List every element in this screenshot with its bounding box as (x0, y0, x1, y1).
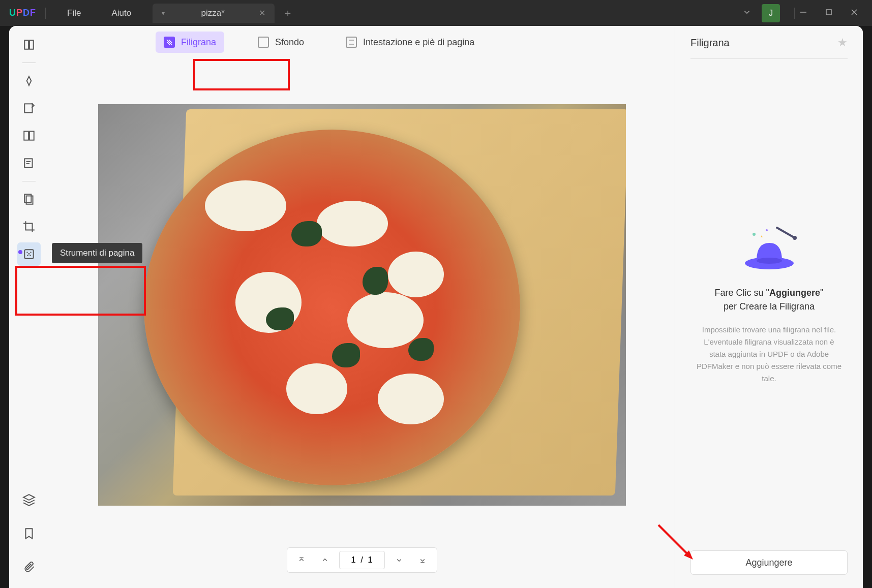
magic-hat-icon (739, 225, 800, 271)
annotation-arrow (653, 520, 699, 568)
watermark-icon (164, 37, 175, 48)
last-page-icon[interactable] (413, 551, 432, 569)
header-footer-icon (346, 37, 357, 48)
svg-marker-26 (761, 235, 763, 237)
divider (45, 8, 46, 19)
page-navigation (287, 547, 437, 573)
header-footer-button[interactable]: Intestazione e piè di pagina (338, 32, 483, 53)
new-tab-button[interactable]: ＋ (283, 6, 293, 20)
tab-dropdown-icon[interactable]: ▾ (162, 10, 165, 17)
tab-close-icon[interactable]: ✕ (259, 8, 265, 18)
panel-footer: Aggiungere (690, 550, 848, 578)
panel-body: Fare Clic su "Aggiungere" per Creare la … (690, 59, 848, 550)
svg-point-28 (757, 258, 782, 264)
organize-tool-icon[interactable] (17, 124, 41, 147)
prev-page-icon[interactable] (316, 551, 334, 569)
svg-point-25 (766, 229, 768, 231)
divider (22, 63, 36, 63)
bookmark-icon[interactable] (17, 522, 41, 545)
reader-tool-icon[interactable] (17, 33, 41, 56)
attachment-icon[interactable] (17, 555, 41, 579)
chevron-down-icon[interactable] (742, 8, 751, 19)
background-button[interactable]: Sfondo (250, 32, 312, 53)
user-avatar[interactable]: J (762, 4, 780, 22)
edit-tool-icon[interactable] (17, 97, 41, 120)
svg-point-24 (753, 233, 756, 236)
close-icon[interactable] (851, 9, 858, 17)
svg-line-22 (777, 228, 795, 238)
header-footer-label: Intestazione e piè di pagina (363, 37, 474, 48)
svg-line-29 (658, 525, 690, 556)
crop-tool-icon[interactable] (17, 215, 41, 238)
annotation-highlight (193, 59, 290, 90)
indicator-dot (18, 250, 22, 254)
svg-point-23 (793, 236, 797, 240)
tooltip: Strumenti di pagina (52, 243, 142, 263)
page-tools-toolbar: Filigrana Sfondo Intestazione e piè di p… (49, 26, 675, 58)
divider (22, 181, 36, 181)
tab-title: pizza* (175, 8, 251, 18)
svg-marker-14 (23, 494, 35, 500)
redact-tool-icon[interactable] (17, 188, 41, 211)
panel-description: Impossibile trovare una filigrana nel fi… (696, 324, 843, 385)
watermark-panel: Filigrana ★ Fare Clic su "Aggiungere" pe… (675, 26, 863, 588)
svg-rect-6 (24, 131, 28, 140)
comment-tool-icon[interactable] (17, 69, 41, 92)
panel-header: Filigrana ★ (690, 36, 848, 59)
svg-rect-1 (826, 10, 831, 15)
menu-help[interactable]: Aiuto (96, 8, 146, 18)
page-tools-icon[interactable] (17, 242, 41, 266)
background-label: Sfondo (275, 37, 304, 48)
add-button[interactable]: Aggiungere (690, 550, 848, 575)
titlebar: UPDF File Aiuto ▾ pizza* ✕ ＋ J (0, 0, 872, 26)
minimize-icon[interactable] (800, 9, 807, 17)
layers-icon[interactable] (17, 488, 41, 512)
app-logo: UPDF (0, 8, 45, 18)
svg-rect-8 (24, 159, 32, 167)
document-canvas[interactable] (49, 58, 675, 588)
panel-message: Fare Clic su "Aggiungere" per Creare la … (715, 286, 824, 314)
annotation-highlight (15, 266, 146, 316)
svg-rect-5 (24, 104, 32, 112)
background-icon (258, 37, 269, 48)
svg-rect-7 (29, 131, 34, 140)
form-tool-icon[interactable] (17, 151, 41, 175)
next-page-icon[interactable] (390, 551, 408, 569)
star-icon[interactable]: ★ (837, 36, 848, 49)
divider (794, 8, 795, 19)
document-page (98, 104, 626, 506)
watermark-label: Filigrana (181, 37, 216, 48)
menu-file[interactable]: File (52, 8, 96, 18)
page-number-input[interactable] (339, 551, 385, 569)
watermark-button[interactable]: Filigrana (156, 32, 224, 53)
panel-title: Filigrana (690, 37, 730, 49)
maximize-icon[interactable] (825, 9, 832, 17)
document-tab[interactable]: ▾ pizza* ✕ (153, 4, 275, 23)
first-page-icon[interactable] (292, 551, 311, 569)
